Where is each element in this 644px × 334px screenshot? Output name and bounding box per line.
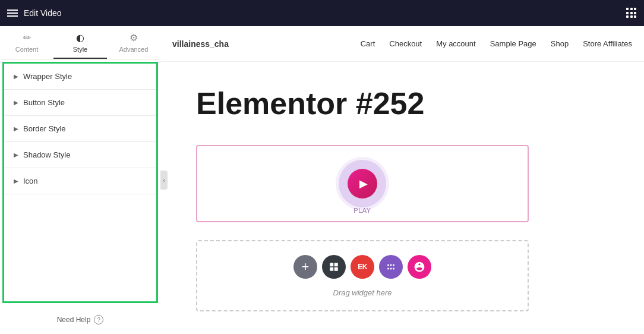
page-title: Elementor #252 (196, 86, 608, 121)
tab-content[interactable]: ✏ Content (0, 26, 53, 59)
arrow-icon-border: ▶ (14, 125, 18, 132)
video-widget: ▶ PLAY (196, 145, 529, 222)
advanced-icon: ⚙ (130, 32, 138, 43)
panel-content: ▶ Wrapper Style ▶ Button Style ▶ Border … (2, 62, 158, 303)
nav-link-sample-page[interactable]: Sample Page (490, 39, 536, 48)
section-button-style-label: Button Style (23, 98, 65, 107)
nav-link-cart[interactable]: Cart (361, 39, 375, 48)
page-content: Elementor #252 ▶ PLAY + EK (160, 62, 644, 334)
main-content: villainess_cha Cart Checkout My account … (160, 26, 644, 334)
svg-rect-0 (330, 263, 333, 266)
hamburger-icon[interactable] (7, 10, 18, 17)
left-panel: ✏ Content ◐ Style ⚙ Advanced ▶ Wrapper S… (0, 26, 160, 334)
need-help-label: Need Help (57, 316, 91, 324)
tab-style-label: Style (73, 46, 87, 53)
section-wrapper-style-label: Wrapper Style (23, 72, 72, 81)
tab-advanced-label: Advanced (119, 46, 149, 53)
svg-rect-2 (330, 267, 333, 270)
help-circle-icon[interactable]: ? (94, 315, 103, 324)
site-nav: villainess_cha Cart Checkout My account … (160, 26, 644, 62)
grid-icon[interactable] (626, 8, 637, 18)
drop-label: Drag widget here (333, 288, 392, 297)
drop-zone: + EK Drag widget here (196, 240, 529, 311)
svg-point-9 (393, 267, 394, 269)
play-button[interactable]: ▶ (348, 169, 377, 198)
nav-link-checkout[interactable]: Checkout (389, 39, 422, 48)
section-wrapper-style[interactable]: ▶ Wrapper Style (4, 64, 156, 90)
svg-point-8 (390, 267, 392, 269)
svg-point-6 (393, 264, 394, 266)
tab-bar: ✏ Content ◐ Style ⚙ Advanced (0, 26, 160, 59)
svg-rect-1 (334, 263, 338, 266)
content-icon: ✏ (23, 32, 31, 43)
arrow-icon-shadow: ▶ (14, 152, 18, 158)
drop-btn-dark[interactable] (322, 255, 346, 279)
header-bar: Edit Video (0, 0, 644, 26)
drop-btn-purple[interactable] (379, 255, 403, 279)
nav-link-store-affiliates[interactable]: Store Affiliates (583, 39, 632, 48)
svg-point-4 (387, 264, 389, 266)
play-label: PLAY (353, 207, 371, 214)
site-logo: villainess_cha (172, 39, 229, 49)
play-icon: ▶ (359, 177, 368, 190)
svg-rect-3 (334, 267, 338, 270)
section-icon-label: Icon (23, 177, 38, 185)
section-border-style-label: Border Style (23, 124, 66, 133)
header-left: Edit Video (7, 8, 62, 18)
svg-point-5 (390, 264, 392, 266)
tab-content-label: Content (15, 46, 39, 53)
arrow-icon-wrapper: ▶ (14, 73, 18, 80)
nav-link-shop[interactable]: Shop (551, 39, 569, 48)
nav-links: Cart Checkout My account Sample Page Sho… (361, 39, 632, 48)
panel-footer[interactable]: Need Help ? (0, 305, 160, 334)
style-icon: ◐ (76, 32, 84, 43)
tab-advanced[interactable]: ⚙ Advanced (107, 26, 160, 59)
svg-point-7 (387, 267, 389, 269)
tab-style[interactable]: ◐ Style (53, 26, 107, 59)
collapse-handle[interactable]: ‹ (160, 171, 168, 190)
section-button-style[interactable]: ▶ Button Style (4, 90, 156, 116)
arrow-icon-button: ▶ (14, 99, 18, 106)
drop-btn-pink[interactable] (408, 255, 431, 279)
play-button-outer: ▶ (339, 160, 386, 207)
arrow-icon-icon: ▶ (14, 178, 18, 184)
header-title: Edit Video (24, 8, 62, 18)
section-shadow-style[interactable]: ▶ Shadow Style (4, 142, 156, 168)
drop-zone-buttons: + EK (293, 255, 431, 279)
section-icon[interactable]: ▶ Icon (4, 168, 156, 194)
nav-link-my-account[interactable]: My account (436, 39, 475, 48)
drop-btn-red[interactable]: EK (351, 255, 374, 279)
drop-btn-add[interactable]: + (293, 255, 317, 279)
section-border-style[interactable]: ▶ Border Style (4, 116, 156, 142)
section-shadow-style-label: Shadow Style (23, 150, 71, 159)
